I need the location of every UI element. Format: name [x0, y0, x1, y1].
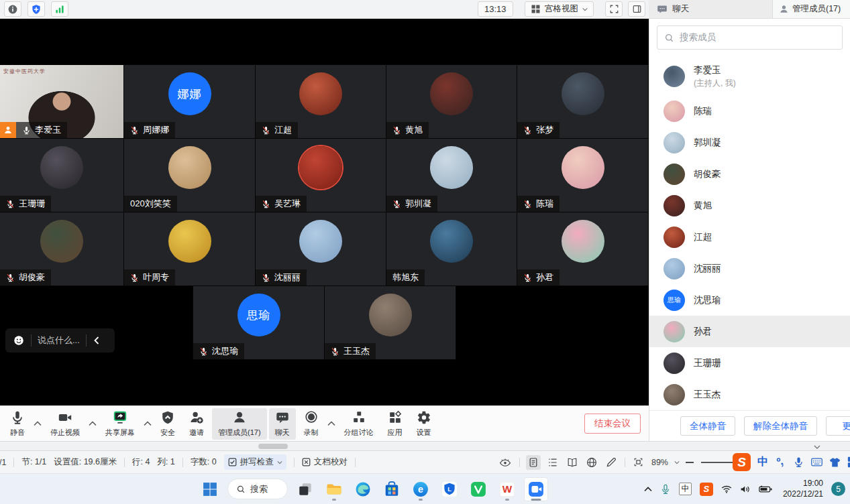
- participant-tile[interactable]: 安徽中医药大学李爱玉: [0, 65, 123, 138]
- taskbar-app-browser-360[interactable]: e: [409, 478, 432, 501]
- participant-tile[interactable]: 江超: [256, 65, 386, 138]
- hidden-icons-button[interactable]: [644, 485, 652, 493]
- participant-tile[interactable]: 沈丽丽: [256, 212, 386, 286]
- eye-protection-button[interactable]: [497, 454, 513, 470]
- view-mode-button[interactable]: 宫格视图: [525, 1, 594, 17]
- unmute-all-button[interactable]: 解除全体静音: [744, 416, 817, 436]
- spellcheck-button[interactable]: 拼写检查: [224, 454, 286, 470]
- toolbar-item-manage-members[interactable]: 管理成员(17): [212, 408, 267, 440]
- sogou-logo[interactable]: S: [733, 453, 751, 471]
- skin-icon[interactable]: [829, 456, 841, 468]
- toolbar-item-stop-video[interactable]: 停止视频: [44, 408, 86, 440]
- member-row[interactable]: 郭圳凝: [649, 127, 850, 158]
- toolbar-item-share-screen[interactable]: 共享屏幕: [99, 408, 141, 440]
- participant-tile[interactable]: 陈瑞: [517, 139, 648, 212]
- participant-tile[interactable]: 吴艺琳: [256, 139, 386, 212]
- collapse-chat-button[interactable]: [93, 336, 101, 344]
- info-button[interactable]: [4, 1, 21, 17]
- horizontal-scrollbar-thumb[interactable]: [258, 444, 288, 449]
- tray-mic-icon[interactable]: [660, 484, 671, 495]
- taskbar-search[interactable]: 搜索: [227, 479, 288, 499]
- start-button[interactable]: [199, 478, 221, 501]
- caret-down-icon[interactable]: [674, 460, 680, 465]
- chat-panel-header[interactable]: 聊天: [649, 0, 772, 19]
- member-row[interactable]: 王珊珊: [649, 347, 850, 379]
- scroll-arrow-icon[interactable]: [814, 444, 820, 450]
- participant-tile[interactable]: 韩旭东: [386, 212, 517, 286]
- toolbar-item-invite[interactable]: 邀请: [183, 408, 210, 440]
- taskbar-app-file-explorer[interactable]: [323, 478, 346, 501]
- member-row[interactable]: 黄旭: [649, 190, 850, 221]
- mute-all-button[interactable]: 全体静音: [680, 416, 735, 436]
- participant-tile[interactable]: 胡俊豪: [0, 212, 123, 286]
- taskbar-app-tencent-meeting[interactable]: [525, 478, 547, 501]
- signal-bars-button[interactable]: [51, 1, 68, 17]
- end-meeting-button[interactable]: 结束会议: [584, 414, 641, 434]
- zoom-out-button[interactable]: [686, 462, 694, 463]
- toolbar-item-security[interactable]: 安全: [154, 408, 181, 440]
- zoom-level[interactable]: 89%: [651, 458, 668, 467]
- member-search-input[interactable]: 搜索成员: [657, 25, 843, 50]
- quick-chat-input[interactable]: 说点什么...: [38, 334, 80, 346]
- chevron-up-icon[interactable]: [33, 408, 42, 440]
- taskbar-app-wps-office[interactable]: W: [496, 478, 519, 501]
- quick-chat-bar[interactable]: 说点什么...: [5, 328, 115, 353]
- member-row[interactable]: 陈瑞: [649, 95, 850, 127]
- member-row[interactable]: 王玉杰: [649, 379, 850, 410]
- participant-tile[interactable]: 020刘笑笑: [124, 139, 255, 212]
- notification-badge[interactable]: 5: [831, 482, 845, 496]
- participant-tile[interactable]: 王珊珊: [0, 139, 123, 212]
- fullscreen-button[interactable]: [605, 1, 623, 17]
- outline-view-button[interactable]: [545, 455, 560, 470]
- keyboard-icon[interactable]: [811, 456, 822, 468]
- members-panel-header[interactable]: 管理成员(17): [772, 0, 850, 19]
- participant-tile[interactable]: 叶周专: [124, 212, 255, 286]
- sogou-tray-icon[interactable]: S: [700, 483, 713, 496]
- participant-tile[interactable]: 娜娜周娜娜: [124, 65, 255, 138]
- participant-tile[interactable]: 孙君: [517, 212, 648, 286]
- toolbar-item-record[interactable]: 录制: [298, 408, 325, 440]
- member-row[interactable]: 沈丽丽: [649, 253, 850, 284]
- taskbar-app-microsoft-store[interactable]: [380, 478, 403, 501]
- chevron-up-icon[interactable]: [327, 408, 336, 440]
- emoji-button[interactable]: [13, 334, 25, 346]
- volume-icon[interactable]: [740, 484, 751, 495]
- toolbar-item-settings[interactable]: 设置: [411, 408, 437, 440]
- battery-icon[interactable]: [759, 483, 772, 496]
- chevron-up-icon[interactable]: [143, 408, 152, 440]
- member-row[interactable]: 江超: [649, 221, 850, 253]
- member-row[interactable]: 思瑜沈思瑜: [649, 284, 850, 316]
- member-row[interactable]: 李爱玉(主持人, 我): [649, 58, 850, 95]
- wifi-icon[interactable]: [721, 484, 732, 495]
- book-view-button[interactable]: [565, 455, 580, 470]
- participant-tile[interactable]: 王玉杰: [325, 286, 456, 359]
- toolbox-icon[interactable]: [847, 456, 850, 468]
- member-row[interactable]: 胡俊豪: [649, 158, 850, 190]
- toolbar-item-breakout[interactable]: 分组讨论: [338, 408, 380, 440]
- taskbar-clock[interactable]: 19:00 2022/12/21: [783, 479, 823, 499]
- member-row[interactable]: 孙君: [649, 316, 850, 347]
- participant-tile[interactable]: 张梦: [517, 65, 648, 138]
- toolbar-item-chat[interactable]: 聊天: [269, 408, 296, 440]
- ime-mode-indicator[interactable]: 中: [757, 455, 768, 469]
- participant-tile[interactable]: 郭圳凝: [386, 139, 517, 212]
- fit-page-button[interactable]: [631, 455, 645, 469]
- taskbar-app-lenovo-app[interactable]: L: [438, 478, 461, 501]
- shield-plus-button[interactable]: [28, 1, 45, 17]
- toolbar-item-apps[interactable]: 应用: [382, 408, 409, 440]
- page-view-button[interactable]: [526, 455, 541, 470]
- chevron-up-icon[interactable]: [88, 408, 97, 440]
- layout-toggle-button[interactable]: [628, 1, 645, 17]
- more-button[interactable]: 更多: [826, 416, 850, 436]
- participant-tile[interactable]: 思瑜沈思瑜: [193, 286, 324, 359]
- taskbar-app-mail-app[interactable]: [467, 478, 490, 501]
- pen-button[interactable]: [604, 455, 619, 470]
- toolbar-item-mute[interactable]: 静音: [4, 408, 31, 440]
- ime-mic-icon[interactable]: [793, 456, 804, 468]
- ime-language-indicator[interactable]: 中: [679, 483, 692, 495]
- web-view-button[interactable]: [584, 455, 599, 470]
- participant-tile[interactable]: 黄旭: [386, 65, 517, 138]
- proofread-button[interactable]: 文档校对: [302, 456, 348, 468]
- punctuation-icon[interactable]: [775, 456, 786, 468]
- taskbar-app-task-view[interactable]: [294, 478, 317, 501]
